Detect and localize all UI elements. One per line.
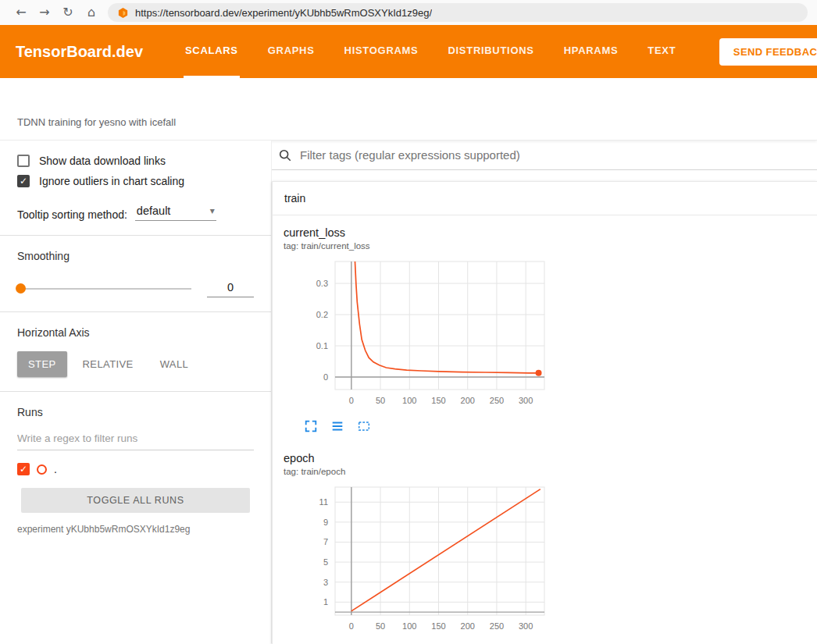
- series-line: [351, 489, 541, 611]
- svg-text:50: 50: [376, 396, 385, 405]
- experiment-description: TDNN training for yesno with icefall: [0, 78, 817, 141]
- svg-text:5: 5: [323, 557, 328, 567]
- run-row: ✓.: [17, 463, 254, 475]
- reload-icon[interactable]: ↻: [56, 1, 80, 24]
- smoothing-label: Smoothing: [17, 250, 254, 262]
- smoothing-slider[interactable]: [17, 288, 191, 290]
- svg-text:150: 150: [431, 396, 445, 405]
- back-icon[interactable]: ←: [9, 1, 33, 24]
- smoothing-value-field[interactable]: 0: [207, 279, 254, 297]
- svg-text:0: 0: [349, 396, 354, 405]
- toggle-all-runs-button[interactable]: TOGGLE ALL RUNS: [21, 488, 251, 513]
- svg-text:300: 300: [519, 396, 533, 405]
- content-area: ✓ Show data download links ✓ Ignore outl…: [0, 141, 817, 643]
- search-icon: [278, 148, 292, 162]
- svg-text:0.1: 0.1: [316, 341, 328, 350]
- check-icon: ✓: [20, 464, 27, 474]
- app-header: TensorBoard.dev SCALARSGRAPHSHISTOGRAMSD…: [0, 25, 817, 78]
- check-icon: ✓: [20, 176, 27, 186]
- svg-text:0.2: 0.2: [316, 310, 328, 319]
- run-checkbox[interactable]: ✓: [17, 463, 30, 475]
- svg-text:250: 250: [490, 621, 504, 631]
- svg-text:0: 0: [349, 621, 354, 631]
- svg-text:50: 50: [376, 621, 385, 631]
- chart-card-current_loss: current_losstag: train/current_loss05010…: [284, 226, 551, 433]
- chart-tag: tag: train/current_loss: [284, 241, 551, 251]
- tag-filter-row: [272, 141, 817, 170]
- ignore-outliers-checkbox[interactable]: ✓: [17, 175, 30, 187]
- ignore-outliers-row: ✓ Ignore outliers in chart scaling: [17, 175, 254, 187]
- run-name: .: [54, 463, 57, 475]
- show-download-checkbox[interactable]: ✓: [17, 155, 30, 167]
- show-download-label: Show data download links: [39, 155, 166, 167]
- horizontal-axis-label: Horizontal Axis: [17, 326, 254, 339]
- forward-icon[interactable]: →: [33, 1, 56, 24]
- browser-toolbar: ← → ↻ ⌂ https://tensorboard.dev/experime…: [0, 0, 817, 25]
- address-bar[interactable]: https://tensorboard.dev/experiment/yKUbh…: [108, 3, 808, 22]
- tag-filter-input[interactable]: [298, 148, 817, 162]
- chart-plot[interactable]: 05010015020025030000.10.20.3: [284, 257, 549, 410]
- chart-card-epoch: epochtag: train/epoch0501001502002503001…: [284, 452, 551, 644]
- section-header-train[interactable]: train: [273, 182, 817, 215]
- axis-options: STEPRELATIVEWALL: [17, 351, 254, 377]
- axis-step-button[interactable]: STEP: [17, 351, 67, 377]
- show-download-row: ✓ Show data download links: [17, 155, 254, 167]
- tooltip-sorting-value: default: [137, 205, 171, 217]
- experiment-caption: experiment yKUbhb5wRmOSXYkId1z9eg: [17, 524, 254, 535]
- train-section-card: train current_losstag: train/current_los…: [272, 181, 817, 644]
- chart-tag: tag: train/epoch: [284, 467, 551, 476]
- axis-wall-button[interactable]: WALL: [149, 351, 200, 377]
- fit-domain-icon[interactable]: [357, 419, 371, 433]
- divider: [0, 311, 271, 312]
- tab-distributions[interactable]: DISTRIBUTIONS: [446, 25, 535, 78]
- chart-title: epoch: [284, 452, 551, 464]
- svg-text:1: 1: [323, 597, 328, 607]
- ignore-outliers-label: Ignore outliers in chart scaling: [39, 175, 184, 187]
- charts-grid: current_losstag: train/current_loss05010…: [273, 215, 817, 644]
- tab-scalars[interactable]: SCALARS: [184, 25, 240, 78]
- svg-text:7: 7: [323, 537, 328, 546]
- svg-text:300: 300: [519, 621, 533, 631]
- chevron-down-icon: ▾: [210, 205, 215, 216]
- chart-actions: [304, 419, 551, 433]
- header-tabs: SCALARSGRAPHSHISTOGRAMSDISTRIBUTIONSHPAR…: [184, 25, 677, 78]
- url-text: https://tensorboard.dev/experiment/yKUbh…: [135, 7, 432, 19]
- data-table-icon[interactable]: [330, 419, 344, 433]
- tab-histograms[interactable]: HISTOGRAMS: [343, 25, 420, 78]
- chart-plot[interactable]: 0501001502002503001357911: [284, 482, 549, 635]
- axis-relative-button[interactable]: RELATIVE: [72, 351, 144, 377]
- send-feedback-button[interactable]: SEND FEEDBACK: [719, 38, 817, 66]
- tab-graphs[interactable]: GRAPHS: [266, 25, 316, 78]
- app-title: TensorBoard.dev: [16, 43, 143, 61]
- svg-text:200: 200: [461, 621, 475, 631]
- svg-text:3: 3: [323, 578, 328, 587]
- settings-sidebar: ✓ Show data download links ✓ Ignore outl…: [0, 141, 272, 643]
- series-endpoint-dot: [536, 370, 542, 376]
- expand-icon[interactable]: [304, 419, 318, 433]
- svg-text:0.3: 0.3: [316, 279, 328, 288]
- tooltip-sorting-label: Tooltip sorting method:: [17, 208, 127, 221]
- svg-text:0: 0: [323, 372, 328, 382]
- run-list: ✓.: [17, 463, 254, 475]
- run-color-circle-icon[interactable]: [37, 464, 47, 475]
- slider-thumb[interactable]: [16, 283, 26, 294]
- divider: [0, 235, 271, 236]
- svg-text:100: 100: [402, 396, 416, 405]
- tooltip-sorting-select[interactable]: default ▾: [135, 203, 216, 221]
- svg-text:9: 9: [323, 518, 328, 527]
- svg-text:11: 11: [319, 497, 328, 507]
- dashboard-main: train current_losstag: train/current_los…: [272, 141, 817, 643]
- tab-text[interactable]: TEXT: [646, 25, 677, 78]
- site-favicon: [117, 7, 129, 19]
- svg-text:150: 150: [431, 621, 445, 631]
- svg-text:200: 200: [461, 396, 475, 405]
- svg-text:250: 250: [490, 396, 504, 405]
- runs-filter-input[interactable]: [17, 428, 254, 450]
- smoothing-slider-row: 0: [17, 279, 254, 297]
- home-icon[interactable]: ⌂: [80, 1, 103, 24]
- svg-text:100: 100: [402, 621, 416, 631]
- divider: [0, 391, 271, 392]
- tooltip-sorting-row: Tooltip sorting method: default ▾: [17, 203, 254, 221]
- runs-label: Runs: [17, 406, 254, 418]
- tab-hparams[interactable]: HPARAMS: [562, 25, 620, 78]
